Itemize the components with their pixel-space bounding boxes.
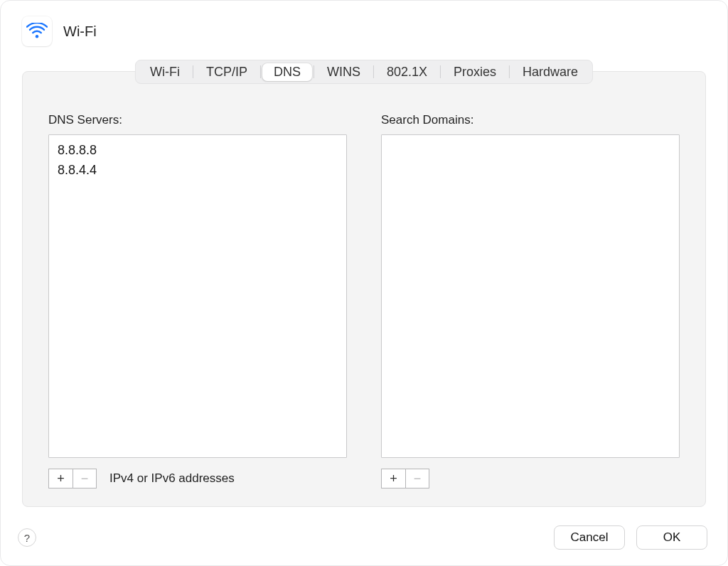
help-button[interactable]: ? [18, 528, 36, 547]
page-title: Wi-Fi [63, 23, 97, 40]
tabs-bar: Wi-Fi TCP/IP DNS WINS 802.1X Proxies Har… [135, 60, 593, 84]
dns-servers-add-button[interactable]: + [48, 469, 73, 488]
tab-wifi[interactable]: Wi-Fi [139, 63, 191, 81]
dns-servers-column: DNS Servers: 8.8.8.88.8.4.4 + − IPv4 or … [48, 113, 347, 489]
network-settings-window: Wi-Fi Wi-Fi TCP/IP DNS WINS 802.1X Proxi… [0, 0, 728, 566]
search-domains-label: Search Domains: [381, 113, 680, 127]
tab-separator [193, 65, 193, 78]
tab-tcpip[interactable]: TCP/IP [195, 63, 259, 81]
search-domains-remove-button[interactable]: − [405, 469, 429, 488]
search-domains-list[interactable] [381, 134, 680, 458]
wifi-icon [22, 16, 52, 46]
dns-server-entry[interactable]: 8.8.4.4 [58, 161, 338, 181]
dns-server-entry[interactable]: 8.8.8.8 [58, 141, 338, 161]
content-frame: Wi-Fi TCP/IP DNS WINS 802.1X Proxies Har… [22, 71, 706, 507]
search-domains-add-button[interactable]: + [381, 469, 405, 488]
search-domains-pm-group: + − [381, 469, 429, 488]
tab-separator [314, 65, 314, 78]
tab-wins[interactable]: WINS [316, 63, 372, 81]
dns-address-hint: IPv4 or IPv6 addresses [109, 471, 235, 486]
tab-separator [509, 65, 510, 78]
tab-separator [440, 65, 441, 78]
tab-hardware[interactable]: Hardware [511, 63, 589, 81]
dns-servers-controls: + − IPv4 or IPv6 addresses [48, 468, 347, 489]
tab-proxies[interactable]: Proxies [442, 63, 508, 81]
header: Wi-Fi [1, 1, 727, 53]
tab-separator [373, 65, 374, 78]
tab-separator [260, 65, 261, 78]
cancel-button[interactable]: Cancel [554, 525, 625, 550]
dns-servers-pm-group: + − [48, 469, 97, 488]
dns-servers-remove-button[interactable]: − [73, 469, 97, 488]
tab-dns[interactable]: DNS [262, 63, 312, 81]
footer: ? Cancel OK [18, 525, 707, 550]
tab-8021x[interactable]: 802.1X [375, 63, 439, 81]
search-domains-controls: + − [381, 468, 680, 489]
search-domains-column: Search Domains: + − [381, 113, 680, 489]
dns-servers-label: DNS Servers: [48, 113, 347, 127]
ok-button[interactable]: OK [636, 525, 707, 550]
dns-servers-list[interactable]: 8.8.8.88.8.4.4 [48, 134, 347, 458]
footer-actions: Cancel OK [554, 525, 707, 550]
dns-panel: DNS Servers: 8.8.8.88.8.4.4 + − IPv4 or … [23, 72, 705, 506]
